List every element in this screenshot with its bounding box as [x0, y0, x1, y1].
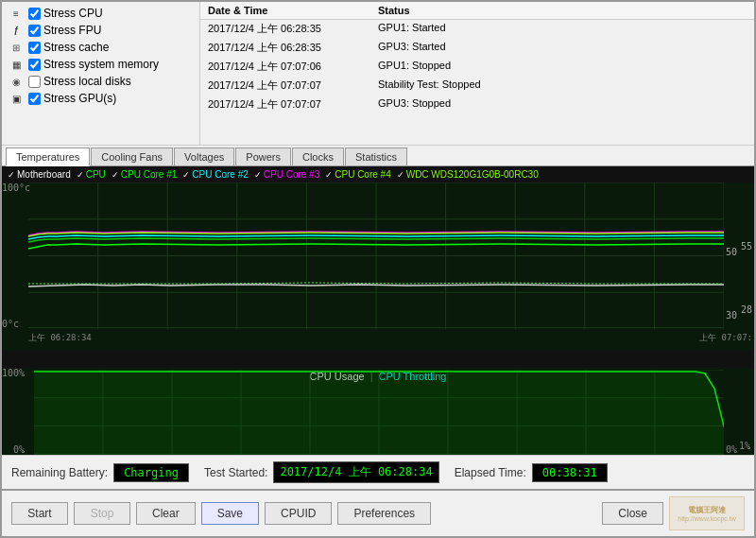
stress-item-cpu[interactable]: ≡ Stress CPU	[6, 6, 196, 21]
clear-button[interactable]: Clear	[136, 502, 196, 525]
legend-core4: ✓ CPU Core #4	[325, 169, 390, 180]
stress-fpu-label: Stress FPU	[43, 24, 101, 37]
log-status-4: GPU3: Stopped	[374, 96, 750, 113]
stress-cache-label: Stress cache	[43, 41, 109, 54]
tab-cooling-fans[interactable]: Cooling Fans	[91, 148, 173, 165]
log-row: 2017/12/4 上午 06:28:35 GPU1: Started	[200, 20, 754, 39]
stress-fpu-checkbox[interactable]	[28, 25, 41, 37]
elapsed-label: Elapsed Time:	[455, 466, 526, 479]
log-row: 2017/12/4 上午 06:28:35 GPU3: Started	[200, 39, 754, 58]
fpu-icon: ƒ	[8, 24, 25, 37]
cpu-y-right-zero: 0%	[726, 444, 737, 455]
temp-y-right-top: 55	[741, 241, 752, 252]
temp-x-left: 上午 06:28:34	[28, 332, 92, 344]
stress-item-memory[interactable]: ▦ Stress system memory	[6, 57, 196, 72]
log-date-1: 2017/12/4 上午 06:28:35	[204, 40, 374, 56]
log-status-3: Stability Test: Stopped	[374, 78, 750, 94]
cpu-chart-area: 100% 0% 1% 0%	[34, 370, 724, 455]
bottom-bar: Remaining Battery: Charging Test Started…	[2, 455, 754, 489]
chart-legend: ✓ Motherboard ✓ CPU ✓ CPU Core #1 ✓ CPU …	[2, 166, 754, 182]
legend-core1: ✓ CPU Core #1	[112, 169, 177, 180]
stress-item-gpu[interactable]: ▣ Stress GPU(s)	[6, 91, 196, 106]
temp-chart-container: ✓ Motherboard ✓ CPU ✓ CPU Core #1 ✓ CPU …	[2, 166, 754, 351]
tab-powers[interactable]: Powers	[235, 148, 291, 165]
battery-value: Charging	[113, 463, 189, 482]
log-status-1: GPU3: Started	[374, 40, 750, 56]
log-date-header: Date & Time	[204, 4, 374, 17]
cache-icon: ⊞	[8, 41, 25, 54]
log-status-2: GPU1: Stopped	[374, 59, 750, 75]
stress-item-cache[interactable]: ⊞ Stress cache	[6, 40, 196, 55]
svg-marker-28	[34, 372, 724, 455]
stress-item-fpu[interactable]: ƒ Stress FPU	[6, 23, 196, 38]
start-button[interactable]: Start	[11, 502, 68, 525]
stress-cache-checkbox[interactable]	[28, 42, 41, 54]
temp-y-min: 0°c	[2, 319, 19, 329]
log-row: 2017/12/4 上午 07:07:06 GPU1: Stopped	[200, 58, 754, 77]
legend-motherboard: ✓ Motherboard	[8, 169, 71, 180]
legend-core3: ✓ CPU Core #3	[254, 169, 319, 180]
test-started-label: Test Started:	[204, 466, 267, 479]
temp-y-max: 100°c	[2, 182, 30, 193]
stress-cpu-label: Stress CPU	[43, 7, 103, 20]
preferences-button[interactable]: Preferences	[337, 502, 431, 525]
stress-items-panel: ≡ Stress CPU ƒ Stress FPU ⊞ Stress cache	[2, 2, 200, 145]
legend-core2: ✓ CPU Core #2	[182, 169, 248, 180]
legend-wdc: ✓ WDC WDS120G1G0B-00RC30	[397, 169, 539, 180]
test-started-info: Test Started: 2017/12/4 上午 06:28:34	[204, 461, 439, 483]
temp-x-right: 上午 07:07:	[699, 332, 752, 344]
test-started-value: 2017/12/4 上午 06:28:34	[273, 461, 438, 483]
tab-statistics[interactable]: Statistics	[345, 148, 407, 165]
log-header: Date & Time Status	[200, 2, 754, 20]
stop-button[interactable]: Stop	[74, 502, 130, 525]
cpu-y-bottom: 0%	[13, 444, 25, 455]
temp-chart-area: 100°c 0°c 55 50 28 30 上午 06:28:34 上午 07:…	[28, 182, 724, 329]
log-row: 2017/12/4 上午 07:07:07 Stability Test: St…	[200, 77, 754, 95]
log-date-2: 2017/12/4 上午 07:07:06	[204, 59, 374, 75]
temp-y-right-low1: 28	[741, 304, 752, 315]
tab-bar: Temperatures Cooling Fans Voltages Power…	[2, 146, 754, 166]
elapsed-value: 00:38:31	[532, 463, 608, 482]
cpu-chart-container: CPU Usage | CPU Throttling	[2, 368, 754, 455]
temp-y-right-low2: 30	[726, 310, 737, 321]
tab-clocks[interactable]: Clocks	[292, 148, 344, 165]
cpu-y-right-val: 1%	[739, 441, 750, 451]
elapsed-info: Elapsed Time: 00:38:31	[455, 463, 608, 482]
stress-disks-checkbox[interactable]	[28, 76, 41, 88]
temp-chart-svg	[28, 182, 724, 329]
top-section: ≡ Stress CPU ƒ Stress FPU ⊞ Stress cache	[2, 2, 754, 146]
legend-cpu: ✓ CPU	[77, 169, 106, 180]
battery-label: Remaining Battery:	[11, 466, 108, 479]
disk-icon: ◉	[8, 75, 25, 88]
stress-memory-checkbox[interactable]	[28, 59, 41, 71]
stress-memory-label: Stress system memory	[43, 58, 159, 71]
log-scroll[interactable]: 2017/12/4 上午 06:28:35 GPU1: Started 2017…	[200, 20, 754, 133]
tab-temperatures[interactable]: Temperatures	[6, 148, 90, 166]
action-bar: Start Stop Clear Save CPUID Preferences …	[2, 489, 754, 536]
log-status-0: GPU1: Started	[374, 21, 750, 37]
log-date-3: 2017/12/4 上午 07:07:07	[204, 78, 374, 94]
cpu-icon: ≡	[8, 7, 25, 20]
stress-gpu-label: Stress GPU(s)	[43, 92, 116, 105]
gpu-icon: ▣	[8, 92, 25, 105]
cpuid-button[interactable]: CPUID	[265, 502, 332, 525]
save-button[interactable]: Save	[201, 502, 259, 525]
tab-voltages[interactable]: Voltages	[174, 148, 234, 165]
stress-disks-label: Stress local disks	[43, 75, 131, 88]
watermark: 電腦王阿達 http://www.kocpc.tw	[669, 496, 745, 530]
close-button[interactable]: Close	[602, 502, 663, 525]
stress-item-disks[interactable]: ◉ Stress local disks	[6, 74, 196, 89]
log-status-header: Status	[374, 4, 735, 17]
log-panel: Date & Time Status 2017/12/4 上午 06:28:35…	[200, 2, 754, 145]
battery-info: Remaining Battery: Charging	[11, 463, 189, 482]
memory-icon: ▦	[8, 58, 25, 71]
temp-y-right-mid: 50	[726, 247, 737, 257]
log-row: 2017/12/4 上午 07:07:07 GPU3: Stopped	[200, 95, 754, 114]
log-date-0: 2017/12/4 上午 06:28:35	[204, 21, 374, 37]
stress-gpu-checkbox[interactable]	[28, 93, 41, 105]
cpu-chart-svg	[34, 370, 724, 455]
stress-cpu-checkbox[interactable]	[28, 8, 41, 20]
cpu-y-top: 100%	[2, 368, 25, 378]
tabs-charts-section: Temperatures Cooling Fans Voltages Power…	[2, 146, 754, 455]
main-window: ≡ Stress CPU ƒ Stress FPU ⊞ Stress cache	[0, 0, 756, 538]
